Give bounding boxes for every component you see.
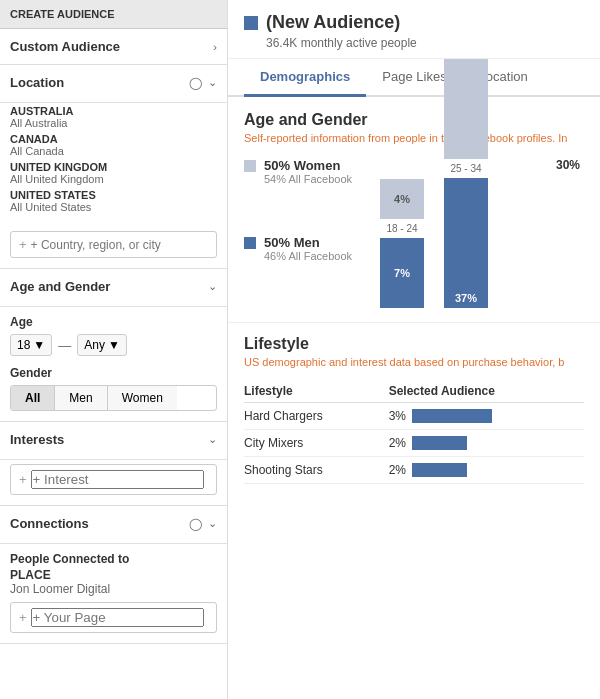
australia-sub: All Australia	[10, 117, 217, 129]
age-gender-header[interactable]: Age and Gender ⌄	[0, 269, 227, 304]
country-australia: AUSTRALIA All Australia	[10, 105, 217, 129]
interests-header[interactable]: Interests ⌄	[0, 422, 227, 457]
location-input-wrapper[interactable]: +	[10, 231, 217, 258]
right-panel: (New Audience) 36.4K monthly active peop…	[228, 0, 600, 699]
connections-page-name: Jon Loomer Digital	[10, 582, 217, 596]
men-legend-item: 50% Men 46% All Facebook	[244, 235, 364, 262]
age-gender-viz: 50% Women 54% All Facebook 50% Men 46% A…	[244, 158, 584, 308]
women-pct-label: 50% Women	[264, 158, 352, 173]
connections-sub-label: People Connected to	[10, 552, 217, 566]
create-audience-header: Create Audience	[0, 0, 227, 29]
lifestyle-bar-shooting-stars: 2%	[389, 457, 584, 484]
lifestyle-bar-city-mixers: 2%	[389, 430, 584, 457]
audience-header: (New Audience) 36.4K monthly active peop…	[228, 0, 600, 59]
connections-place-label: PLACE	[10, 568, 217, 582]
age-gender-section: Age and Gender ⌄ Age 18 ▼ — Any ▼ Gender…	[0, 269, 227, 422]
age-max-select[interactable]: Any ▼	[77, 334, 127, 356]
bar-25-34-label: 25 - 34	[450, 163, 481, 174]
connections-gear-icon[interactable]: ◯	[189, 517, 202, 531]
gender-all-button[interactable]: All	[11, 386, 55, 410]
men-pct-label: 50% Men	[264, 235, 352, 250]
bar-group-18-24: 4% 18 - 24 7%	[380, 89, 424, 308]
bar-18-24-label: 18 - 24	[386, 223, 417, 234]
bar-25-34-women	[444, 29, 488, 159]
age-label: Age	[10, 315, 217, 329]
bar-chart-area: 30% 4% 18 - 24 7%	[380, 158, 584, 308]
us-sub: All United States	[10, 201, 217, 213]
custom-audience-row[interactable]: Custom Audience ›	[0, 29, 227, 64]
location-label: Location	[10, 75, 64, 90]
location-input[interactable]	[31, 238, 208, 252]
location-chevron-icon: ⌄	[208, 76, 217, 89]
canada-sub: All Canada	[10, 145, 217, 157]
gender-women-button[interactable]: Women	[108, 386, 177, 410]
audience-color-square	[244, 16, 258, 30]
connections-icons: ◯ ⌄	[189, 517, 217, 531]
age-gender-label: Age and Gender	[10, 279, 110, 294]
bar-18-24-women-bar: 4%	[380, 179, 424, 219]
interest-input-wrapper[interactable]: +	[10, 464, 217, 495]
connections-label: Connections	[10, 516, 89, 531]
hard-chargers-bar	[412, 409, 492, 423]
interests-chevron-icon: ⌄	[208, 433, 217, 446]
uk-name: UNITED KINGDOM	[10, 161, 217, 173]
age-max-chevron-icon: ▼	[108, 338, 120, 352]
women-legend-item: 50% Women 54% All Facebook	[244, 158, 364, 185]
lifestyle-bar-hard-chargers: 3%	[389, 403, 584, 430]
age-min-select[interactable]: 18 ▼	[10, 334, 52, 356]
page-input-wrapper[interactable]: +	[10, 602, 217, 633]
location-plus-icon: +	[19, 237, 27, 252]
uk-sub: All United Kingdom	[10, 173, 217, 185]
location-icons: ◯ ⌄	[189, 76, 217, 90]
interest-plus-icon: +	[19, 472, 27, 487]
location-header[interactable]: Location ◯ ⌄	[0, 65, 227, 100]
bar-30pct-label: 30%	[556, 158, 580, 172]
custom-audience-chevron-icon: ›	[213, 41, 217, 53]
canada-name: CANADA	[10, 133, 217, 145]
page-input[interactable]	[31, 608, 204, 627]
bar-18-24-women: 4%	[380, 89, 424, 219]
age-gender-chevron-icon: ⌄	[208, 280, 217, 293]
us-name: UNITED STATES	[10, 189, 217, 201]
shooting-stars-pct: 2%	[389, 463, 406, 477]
gender-buttons: All Men Women	[10, 385, 217, 411]
left-panel: Create Audience Custom Audience › Locati…	[0, 0, 228, 699]
bar-25-34-men-bar: 37%	[444, 178, 488, 308]
shooting-stars-bar	[412, 463, 467, 477]
lifestyle-table: Lifestyle Selected Audience Hard Charger…	[244, 380, 584, 484]
country-us: UNITED STATES All United States	[10, 189, 217, 213]
lifestyle-name-shooting-stars: Shooting Stars	[244, 457, 389, 484]
women-sub-label: 54% All Facebook	[264, 173, 352, 185]
bar-25-34-women-bar	[444, 59, 488, 159]
location-gear-icon[interactable]: ◯	[189, 76, 202, 90]
custom-audience-label: Custom Audience	[10, 39, 120, 54]
selected-audience-col-header: Selected Audience	[389, 380, 584, 403]
location-section: Location ◯ ⌄ AUSTRALIA All Australia CAN…	[0, 65, 227, 269]
city-mixers-pct: 2%	[389, 436, 406, 450]
gender-men-button[interactable]: Men	[55, 386, 107, 410]
bar-chart: 4% 18 - 24 7% 25 - 34 37%	[380, 158, 584, 308]
hard-chargers-pct: 3%	[389, 409, 406, 423]
lifestyle-name-city-mixers: City Mixers	[244, 430, 389, 457]
lifestyle-section: Lifestyle US demographic and interest da…	[228, 322, 600, 496]
connections-section: Connections ◯ ⌄ People Connected to PLAC…	[0, 506, 227, 644]
interest-input[interactable]	[31, 470, 204, 489]
gender-label: Gender	[10, 366, 217, 380]
women-legend-text: 50% Women 54% All Facebook	[264, 158, 352, 185]
tab-demographics[interactable]: Demographics	[244, 59, 366, 97]
age-separator: —	[58, 338, 71, 353]
lifestyle-title: Lifestyle	[244, 335, 584, 353]
lifestyle-col-header: Lifestyle	[244, 380, 389, 403]
page-plus-icon: +	[19, 610, 27, 625]
country-canada: CANADA All Canada	[10, 133, 217, 157]
connections-header[interactable]: Connections ◯ ⌄	[0, 506, 227, 541]
bar-18-24-men-bar: 7%	[380, 238, 424, 308]
age-min-chevron-icon: ▼	[33, 338, 45, 352]
men-legend-text: 50% Men 46% All Facebook	[264, 235, 352, 262]
demographics-content: Age and Gender Self-reported information…	[228, 97, 600, 322]
table-row: Hard Chargers 3%	[244, 403, 584, 430]
age-max-value: Any	[84, 338, 105, 352]
connections-chevron-icon: ⌄	[208, 517, 217, 530]
audience-subtitle: 36.4K monthly active people	[266, 36, 584, 50]
gender-legend: 50% Women 54% All Facebook 50% Men 46% A…	[244, 158, 364, 262]
